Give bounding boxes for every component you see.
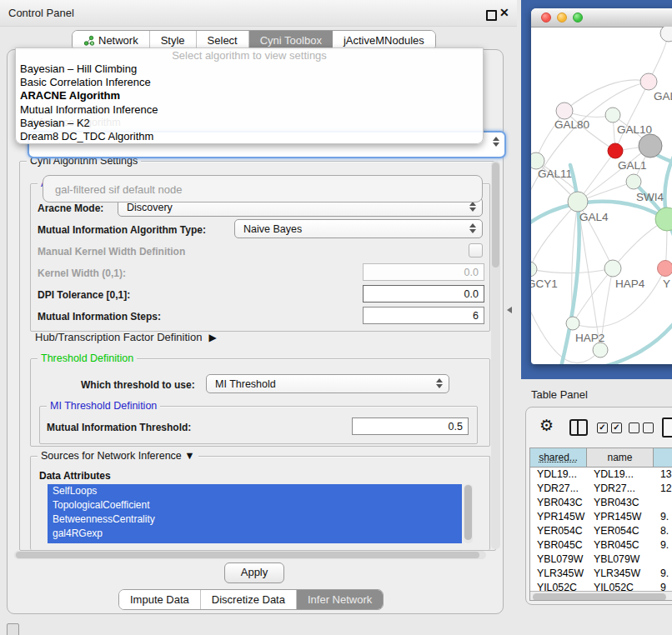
table-cell: 9. (660, 567, 669, 581)
network-node[interactable] (566, 317, 579, 330)
table-cell: YER054C (537, 524, 583, 538)
kernel-width-label: Kernel Width (0,1): (38, 268, 126, 279)
node-label: GAL11 (538, 168, 572, 180)
manual-kernel-checkbox[interactable] (469, 243, 483, 258)
algorithm-popup-list: Bayesian – Hill ClimbingBasic Correlatio… (16, 62, 483, 143)
table-cell: YBR045C (537, 538, 583, 552)
settings-vertical-scrollbar[interactable] (491, 161, 500, 549)
tab-discretize-data[interactable]: Discretize Data (201, 590, 297, 609)
minimize-traffic-light[interactable] (557, 12, 567, 22)
network-node[interactable] (568, 192, 588, 212)
data-attribute-item[interactable]: gal4RGexp (48, 527, 462, 541)
algorithm-select-popup[interactable]: Select algorithm to view settings Bayesi… (15, 48, 484, 144)
network-node[interactable] (604, 260, 621, 277)
checked-column-icon[interactable]: ✓ (611, 422, 622, 433)
settings-horizontal-scrollbar-thumb[interactable] (16, 552, 479, 558)
network-canvas[interactable]: GALGAL80GAL10GAL1GAL11SWI4GAL4GCY1HAP4YH… (531, 27, 672, 364)
network-node[interactable] (556, 102, 573, 119)
mini-window-icon[interactable] (7, 623, 19, 635)
apply-button[interactable]: Apply (224, 562, 284, 583)
checked-column-icon[interactable]: ✓ (597, 422, 608, 433)
network-window[interactable]: GALGAL80GAL10GAL1GAL11SWI4GAL4GCY1HAP4YH… (531, 8, 672, 364)
table-row[interactable]: YDL19...YDL19...13 (530, 468, 672, 482)
network-node[interactable] (655, 208, 672, 231)
table-row[interactable]: YLR345WYLR345W9. (530, 567, 672, 581)
horizontal-scrollbar-thumb[interactable] (533, 593, 666, 601)
column-header-shared[interactable]: shared... (530, 448, 587, 468)
table-row[interactable]: YPR145WYPR145W9. (530, 510, 672, 524)
algorithm-option[interactable]: Bayesian – Hill Climbing (16, 62, 483, 76)
table-cell: YBR045C (594, 538, 639, 552)
network-combo-background[interactable]: gal-filtered sif default node (43, 175, 483, 202)
network-node[interactable] (605, 108, 620, 122)
kernel-width-input[interactable] (363, 263, 484, 281)
network-node[interactable] (660, 27, 672, 42)
list-scrollbar-thumb[interactable] (464, 485, 472, 540)
network-node[interactable] (626, 174, 641, 189)
network-node[interactable] (608, 143, 623, 158)
mi-steps-input[interactable] (363, 307, 484, 324)
window-titlebar[interactable] (531, 8, 672, 28)
table-row[interactable]: YBL079WYBL079W (530, 552, 672, 567)
network-node[interactable] (658, 261, 672, 277)
tab-infer-network[interactable]: Infer Network (297, 590, 383, 609)
table-row[interactable]: YER054CYER054C8. (530, 524, 672, 538)
table-cell: YIL052C (537, 581, 577, 591)
table-cell: YBL079W (537, 552, 583, 567)
which-threshold-select[interactable]: MI Threshold (206, 374, 449, 393)
zoom-traffic-light[interactable] (573, 12, 583, 22)
control-panel-title: Control Panel (8, 7, 74, 19)
unchecked-column-icon[interactable] (629, 422, 639, 433)
algorithm-option[interactable]: Mutual Information Inference (16, 103, 483, 117)
table-row[interactable]: YBR043CYBR043C (530, 496, 672, 510)
gear-icon[interactable]: ⚙ (539, 416, 554, 435)
sources-legend[interactable]: Sources for Network Inference ▼ (38, 450, 198, 462)
data-attribute-item[interactable]: SelfLoops (48, 484, 462, 498)
algorithm-option[interactable]: Bayesian – K2 (16, 117, 483, 130)
table-row[interactable]: YIL052CYIL052C9 (530, 581, 672, 591)
dpi-tolerance-input[interactable] (363, 285, 484, 302)
node-label: SWI4 (636, 191, 664, 203)
node-label: GAL1 (618, 159, 647, 172)
data-attribute-item[interactable]: TopologicalCoefficient (48, 498, 462, 512)
close-button[interactable]: ✕ (499, 6, 509, 19)
hub-section-toggle[interactable]: Hub/Transcription Factor Definition▶ (35, 331, 217, 343)
network-node[interactable] (531, 152, 544, 169)
collapse-arrow-icon: ▼ (184, 450, 194, 462)
network-node[interactable] (640, 73, 657, 90)
settings-vertical-scrollbar-thumb[interactable] (492, 162, 499, 268)
data-attribute-item[interactable]: BetweennessCentrality (48, 512, 462, 527)
settings-horizontal-scrollbar[interactable] (14, 551, 486, 559)
split-columns-icon[interactable] (569, 419, 588, 436)
table-cell: YDR27... (537, 482, 579, 496)
node-label: GAL4 (579, 211, 609, 223)
network-node[interactable] (531, 262, 537, 277)
mi-threshold-input[interactable] (352, 418, 469, 435)
network-node[interactable] (639, 134, 662, 158)
float-button[interactable] (486, 10, 497, 21)
network-node[interactable] (593, 342, 608, 358)
data-attributes-list[interactable]: SelfLoopsTopologicalCoefficientBetweenne… (48, 484, 462, 543)
table-row[interactable]: YBR045CYBR045C9. (530, 538, 672, 552)
table-cell: YER054C (594, 524, 639, 538)
table-row[interactable]: YDR27...YDR27...12 (530, 482, 672, 496)
table-cell: 9 (660, 581, 666, 591)
panel-collapse-arrow[interactable] (507, 307, 512, 313)
tab-impute-data[interactable]: Impute Data (119, 590, 201, 609)
horizontal-scrollbar[interactable] (530, 591, 672, 601)
page-icon[interactable] (662, 418, 672, 438)
algorithm-option[interactable]: ARACNE Algorithm (16, 89, 483, 102)
list-scrollbar[interactable] (464, 484, 473, 543)
column-header-extra[interactable] (654, 448, 672, 468)
manual-kernel-label: Manual Kernel Width Definition (38, 246, 185, 258)
unchecked-column-icon[interactable] (643, 422, 654, 433)
algorithm-option[interactable]: Dream8 DC_TDC Algorithm (16, 130, 483, 143)
close-traffic-light[interactable] (541, 12, 551, 22)
mi-type-select[interactable]: Naive Bayes (234, 219, 483, 238)
spinner-arrows (469, 202, 476, 212)
threshold-definition-group: Threshold Definition Which threshold to … (30, 358, 490, 447)
table-cell: YIL052C (594, 581, 634, 591)
column-header-name[interactable]: name (587, 448, 654, 468)
algorithm-option[interactable]: Basic Correlation Inference (16, 76, 483, 89)
table-cell: YDR27... (594, 482, 635, 496)
